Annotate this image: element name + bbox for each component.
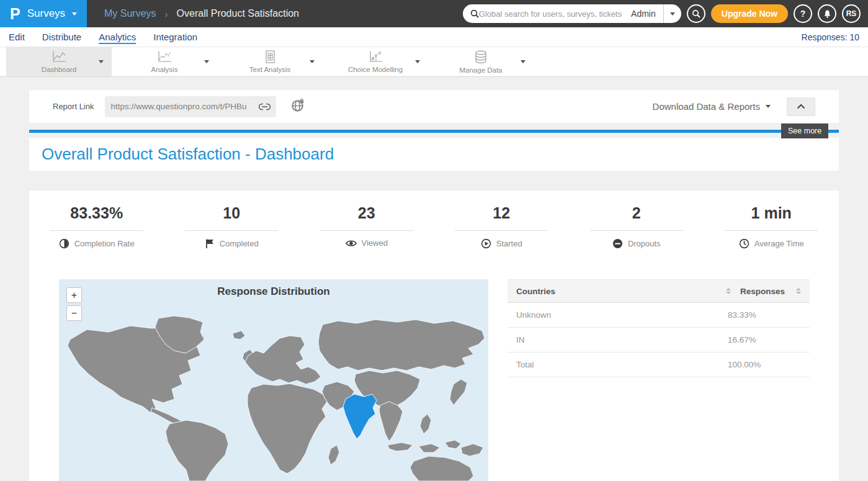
search-scope-dropdown[interactable] — [664, 12, 681, 16]
country-new-guinea — [461, 444, 483, 456]
questionpro-logo-icon: P — [10, 6, 20, 22]
globe-lock-icon — [291, 99, 305, 112]
responses-count: Responses: 10 — [802, 32, 859, 42]
report-link-bar: Report Link Download Data & Reports — [29, 90, 839, 123]
chevron-down-icon[interactable] — [521, 60, 526, 63]
tab-label: Choice Modelling — [348, 66, 403, 73]
play-icon — [481, 238, 491, 249]
help-button[interactable]: ? — [794, 4, 812, 23]
country-responses: 100.00% — [728, 360, 801, 369]
country-europe — [245, 336, 321, 384]
nav-item-integration[interactable]: Integration — [153, 32, 197, 43]
breadcrumb-my-surveys[interactable]: My Surveys — [104, 8, 156, 19]
country-responses: 16.67% — [728, 335, 801, 344]
divider — [725, 230, 818, 231]
report-url-input[interactable] — [110, 102, 259, 111]
stat-label: Average Time — [754, 239, 804, 248]
stat-completed: 10 Completed — [164, 204, 300, 249]
report-link-label: Report Link — [53, 102, 94, 111]
stat-value: 83.33% — [29, 204, 164, 222]
column-header-responses[interactable]: Responses — [740, 287, 791, 296]
map-zoom-controls: + − — [66, 287, 82, 323]
nav-item-edit[interactable]: Edit — [9, 32, 25, 43]
zoom-out-button[interactable]: − — [66, 305, 82, 321]
stat-label: Completion Rate — [74, 239, 135, 248]
stats-row: 83.33% Completion Rate 10 Completed 23 V… — [29, 191, 839, 249]
divider — [185, 230, 278, 231]
tab-choice-modelling[interactable]: Choice Modelling — [323, 47, 428, 76]
divider — [590, 230, 683, 231]
country-name: Total — [516, 360, 728, 369]
chevron-down-icon[interactable] — [99, 60, 104, 63]
database-icon — [473, 50, 489, 64]
notifications-button[interactable] — [818, 4, 836, 23]
stat-value: 1 min — [704, 204, 839, 222]
tab-label: Analysis — [151, 66, 178, 73]
question-mark-icon: ? — [800, 9, 806, 19]
country-iceland — [233, 331, 245, 339]
country-responses: 83.33% — [728, 310, 801, 320]
tab-dashboard[interactable]: Dashboard — [6, 47, 112, 76]
search-icon — [470, 9, 479, 18]
search-icon — [692, 9, 700, 18]
report-privacy-button[interactable] — [291, 99, 305, 115]
completion-icon — [59, 238, 69, 249]
country-philippines — [420, 414, 431, 434]
chevron-down-icon[interactable] — [415, 60, 420, 63]
stat-started: 12 Started — [434, 204, 570, 249]
sort-icon[interactable] — [796, 288, 801, 294]
survey-nav: Edit Distribute Analytics Integration Re… — [0, 27, 868, 47]
download-data-reports-dropdown[interactable]: Download Data & Reports — [653, 101, 760, 112]
sort-icon[interactable] — [726, 288, 731, 294]
divider — [455, 230, 548, 231]
surveys-product-switcher[interactable]: P Surveys — [0, 0, 87, 27]
country-indonesia — [388, 443, 413, 451]
country-southeast-asia — [379, 402, 403, 441]
table-row: Unknown 83.33% — [508, 303, 810, 328]
upgrade-now-button[interactable]: Upgrade Now — [711, 4, 788, 23]
table-row: Total 100.00% — [508, 353, 810, 377]
table-row: IN 16.67% — [508, 328, 810, 353]
response-distribution-map: Response Distribution + − — [59, 279, 488, 481]
nav-item-distribute[interactable]: Distribute — [42, 32, 81, 43]
scatter-chart-icon — [367, 50, 383, 63]
bell-icon — [823, 9, 832, 19]
stat-viewed: 23 Viewed — [299, 204, 434, 249]
search-scope-label: Admin — [624, 9, 663, 19]
stat-value: 10 — [164, 204, 300, 222]
world-map[interactable] — [59, 301, 488, 481]
column-header-countries[interactable]: Countries — [516, 287, 721, 296]
search-button[interactable] — [687, 4, 705, 23]
stat-label: Completed — [220, 239, 259, 248]
divider — [50, 230, 143, 231]
country-indonesia-east — [419, 444, 440, 452]
country-madagascar — [328, 445, 339, 465]
user-avatar[interactable]: RS — [842, 4, 861, 23]
topbar: P Surveys My Surveys › Overall Product S… — [0, 0, 868, 27]
avatar-initials: RS — [846, 9, 857, 18]
tab-analysis[interactable]: Analysis — [112, 47, 217, 76]
search-input[interactable] — [479, 9, 624, 19]
tab-label: Text Analysis — [249, 66, 290, 73]
link-icon[interactable] — [259, 103, 271, 110]
nav-item-analytics[interactable]: Analytics — [99, 32, 136, 43]
zoom-in-button[interactable]: + — [66, 287, 82, 303]
tab-text-analysis[interactable]: Text Analysis — [217, 47, 323, 76]
table-header: Countries Responses — [508, 279, 810, 303]
country-india-highlighted — [343, 394, 377, 439]
line-chart-icon — [51, 50, 67, 63]
country-name: IN — [516, 335, 728, 344]
dashboard-card: 83.33% Completion Rate 10 Completed 23 V… — [29, 191, 839, 481]
stat-average-time: 1 min Average Time — [704, 204, 839, 249]
divider — [320, 230, 413, 231]
chevron-down-icon — [766, 105, 771, 108]
minus-circle-icon — [612, 238, 623, 249]
stat-dropouts: 2 Dropouts — [569, 204, 704, 249]
country-name: Unknown — [516, 310, 728, 320]
collapse-header-button[interactable] — [787, 97, 815, 116]
chevron-down-icon[interactable] — [204, 60, 209, 63]
tab-manage-data[interactable]: Manage Data — [428, 47, 534, 76]
chevron-down-icon[interactable] — [310, 60, 315, 63]
chevron-up-icon — [797, 104, 805, 109]
stat-value: 23 — [299, 204, 434, 222]
